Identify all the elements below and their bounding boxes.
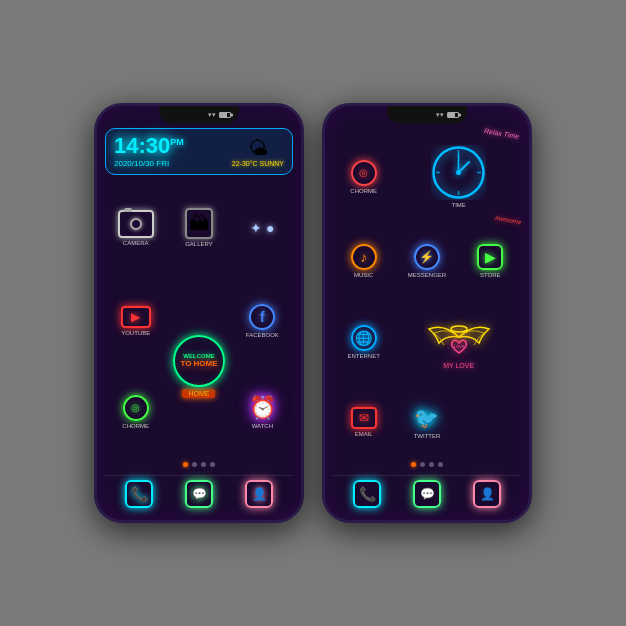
dot-p2-2 bbox=[420, 462, 425, 467]
messenger-icon: ⚡ bbox=[414, 244, 440, 270]
dock-2-phone[interactable]: 📞 bbox=[353, 480, 381, 508]
dock-phone[interactable]: 📞 bbox=[125, 480, 153, 508]
gallery-icon: 🏔 bbox=[185, 208, 213, 239]
svg-point-7 bbox=[456, 170, 461, 175]
app-facebook[interactable]: f FACEBOOK bbox=[232, 277, 293, 366]
app-gallery[interactable]: 🏔 GALLERY bbox=[168, 181, 229, 275]
chrome-icon-2: ◎ bbox=[351, 160, 377, 186]
dot-1 bbox=[183, 462, 188, 467]
clock-label: TIME bbox=[451, 202, 465, 208]
dot-2 bbox=[192, 462, 197, 467]
svg-point-8 bbox=[451, 326, 467, 332]
relax-text: Relax Time bbox=[483, 127, 519, 140]
store-icon: ▶ bbox=[477, 244, 503, 270]
camera-icon bbox=[118, 210, 154, 238]
twitter-icon: 🐦 bbox=[414, 405, 440, 431]
app-twitter[interactable]: 🐦 TWITTER bbox=[396, 388, 457, 456]
my-love-label: MY LOVE bbox=[443, 362, 474, 369]
messenger-label: MESSENGER bbox=[408, 272, 446, 278]
wings-svg: Love bbox=[424, 315, 494, 360]
page-dots-1 bbox=[105, 462, 293, 467]
dot-p2-1 bbox=[411, 462, 416, 467]
weather-icon: 🌤 bbox=[248, 137, 268, 160]
star-icon: ✦ ● bbox=[250, 220, 274, 236]
app-messenger[interactable]: ⚡ MESSENGER bbox=[396, 227, 457, 295]
phone-2: ▾▾ ◎ CHORME Relax Time bbox=[322, 103, 532, 523]
dot-4 bbox=[210, 462, 215, 467]
weather-widget: 14:30PM 2020/10/30 FRI 🌤 22-30°C SUNNY bbox=[105, 128, 293, 175]
weather-temp: 22-30°C SUNNY bbox=[232, 160, 284, 167]
app-chrome-1[interactable]: ◎ CHORME bbox=[105, 367, 166, 456]
app-extra: ✦ ● bbox=[232, 181, 293, 275]
facebook-icon: f bbox=[249, 304, 275, 330]
twitter-label: TWITTER bbox=[414, 433, 441, 439]
dock-2: 📞 💬 👤 bbox=[333, 475, 521, 512]
watch-icon: ⏰ bbox=[249, 395, 276, 421]
chrome-icon-1: ◎ bbox=[123, 395, 149, 421]
clock-widget: Relax Time bbox=[396, 128, 521, 225]
email-icon: ✉ bbox=[351, 407, 377, 429]
notch-1: ▾▾ bbox=[159, 106, 239, 124]
contacts-icon: 👤 bbox=[245, 480, 273, 508]
app-store[interactable]: ▶ STORE bbox=[460, 227, 521, 295]
dock-contacts[interactable]: 👤 bbox=[245, 480, 273, 508]
gallery-label: GALLERY bbox=[185, 241, 213, 247]
internet-label: ENTERNET bbox=[347, 353, 379, 359]
date-display: 2020/10/30 FRI bbox=[114, 159, 184, 168]
youtube-icon: ▶ bbox=[121, 306, 151, 328]
music-icon: ♪ bbox=[351, 244, 377, 270]
music-label: MUSIC bbox=[354, 272, 373, 278]
facebook-label: FACEBOOK bbox=[246, 332, 279, 338]
messages-icon: 💬 bbox=[185, 480, 213, 508]
internet-icon: 🌐 bbox=[351, 325, 377, 351]
dock-2-contacts[interactable]: 👤 bbox=[473, 480, 501, 508]
page-dots-2 bbox=[333, 462, 521, 467]
store-label: STORE bbox=[480, 272, 501, 278]
app-grid-1: CAMERA 🏔 GALLERY ✦ ● ▶ bbox=[105, 181, 293, 456]
notch-2: ▾▾ bbox=[387, 106, 467, 124]
email-label: EMAIL bbox=[355, 431, 373, 437]
watch-label: WATCH bbox=[252, 423, 273, 429]
app-grid-2: ◎ CHORME Relax Time bbox=[333, 128, 521, 456]
app-internet[interactable]: 🌐 ENTERNET bbox=[333, 298, 394, 386]
app-youtube[interactable]: ▶ YOUTUBE bbox=[105, 277, 166, 366]
analog-clock bbox=[431, 145, 486, 200]
app-music[interactable]: ♪ MUSIC bbox=[333, 227, 394, 295]
dock-1: 📞 💬 👤 bbox=[105, 475, 293, 512]
app-watch[interactable]: ⏰ WATCH bbox=[232, 367, 293, 456]
dock2-phone-icon: 📞 bbox=[353, 480, 381, 508]
welcome-banner: WELCOME TO HOME HOME bbox=[168, 277, 229, 456]
youtube-label: YOUTUBE bbox=[121, 330, 150, 336]
time-display: 14:30PM bbox=[114, 135, 184, 157]
camera-label: CAMERA bbox=[123, 240, 149, 246]
dock2-messages-icon: 💬 bbox=[413, 480, 441, 508]
dock-messages[interactable]: 💬 bbox=[185, 480, 213, 508]
chrome-label-1: CHORME bbox=[122, 423, 149, 429]
phone-1: ▾▾ 14:30PM 2020/10/30 FRI 🌤 22-30°C SUNN… bbox=[94, 103, 304, 523]
svg-text:Love: Love bbox=[453, 343, 464, 349]
app-email[interactable]: ✉ EMAIL bbox=[333, 388, 394, 456]
banner-ribbon: HOME bbox=[182, 389, 215, 398]
awesome-text: Awesome bbox=[494, 215, 521, 225]
dock2-contacts-icon: 👤 bbox=[473, 480, 501, 508]
chrome-label-2: CHORME bbox=[350, 188, 377, 194]
main-container: ▾▾ 14:30PM 2020/10/30 FRI 🌤 22-30°C SUNN… bbox=[94, 103, 532, 523]
dock-2-messages[interactable]: 💬 bbox=[413, 480, 441, 508]
dot-p2-4 bbox=[438, 462, 443, 467]
phone-icon: 📞 bbox=[125, 480, 153, 508]
app-camera[interactable]: CAMERA bbox=[105, 181, 166, 275]
dot-3 bbox=[201, 462, 206, 467]
app-chrome-2[interactable]: ◎ CHORME bbox=[333, 128, 394, 225]
dot-p2-3 bbox=[429, 462, 434, 467]
weather-info: 🌤 22-30°C SUNNY bbox=[232, 137, 284, 167]
love-widget: Love MY LOVE bbox=[396, 298, 521, 386]
